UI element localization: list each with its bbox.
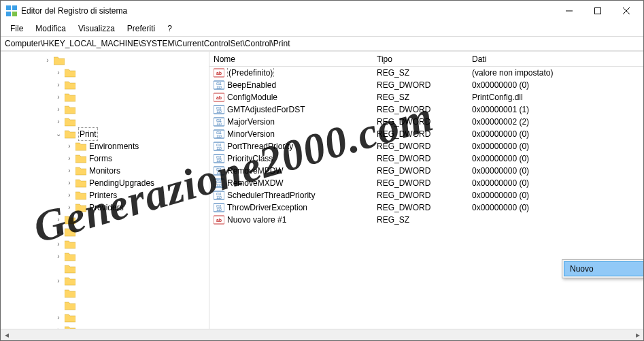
folder-icon xyxy=(65,129,75,139)
tree-label: Environments xyxy=(89,140,139,152)
chevron-down-icon[interactable]: ⌄ xyxy=(54,128,63,140)
maximize-button[interactable] xyxy=(583,2,612,20)
value-type: REG_DWORD xyxy=(373,191,468,200)
list-row[interactable]: RemoveMXDWREG_DWORD0x00000000 (0) xyxy=(209,177,643,189)
reg-binary-icon xyxy=(214,165,224,176)
menu-help[interactable]: ? xyxy=(162,22,177,35)
tree-label: Print xyxy=(78,127,98,141)
folder-icon xyxy=(65,117,75,127)
list-row[interactable]: Nuovo valore #1REG_SZ xyxy=(209,214,643,226)
tree-label: PendingUpgrades xyxy=(89,177,154,189)
value-data: 0x00000002 (2) xyxy=(468,117,643,127)
chevron-right-icon[interactable]: › xyxy=(54,312,63,324)
reg-binary-icon xyxy=(214,104,224,115)
value-data: 0x00000000 (0) xyxy=(468,154,643,163)
context-item-nuovo[interactable]: Nuovo ▸ xyxy=(564,261,643,276)
chevron-right-icon[interactable]: › xyxy=(54,91,63,103)
chevron-right-icon[interactable]: › xyxy=(65,140,74,152)
chevron-right-icon[interactable]: › xyxy=(54,214,63,226)
chevron-right-icon[interactable]: › xyxy=(65,189,74,201)
tree-node[interactable]: ›Forms xyxy=(2,152,207,165)
list-row[interactable]: PortThreadPriorityREG_DWORD0x00000000 (0… xyxy=(209,140,643,152)
list-row[interactable]: PriorityClassREG_DWORD0x00000000 (0) xyxy=(209,152,643,165)
value-name: MinorVersion xyxy=(227,129,275,139)
value-data: (valore non impostato) xyxy=(468,68,643,78)
chevron-right-icon[interactable]: › xyxy=(65,201,74,214)
list-row[interactable]: (Predefinito)REG_SZ(valore non impostato… xyxy=(209,67,643,79)
value-name: MajorVersion xyxy=(227,117,275,127)
address-bar[interactable]: Computer\HKEY_LOCAL_MACHINE\SYSTEM\Curre… xyxy=(1,36,643,51)
header-nome[interactable]: Nome xyxy=(209,54,373,64)
chevron-right-icon[interactable]: › xyxy=(43,54,52,67)
value-name: ThrowDriverException xyxy=(227,203,307,212)
reg-binary-icon xyxy=(214,129,224,140)
context-item-label: Nuovo xyxy=(570,264,594,274)
folder-icon xyxy=(75,154,86,163)
menu-preferiti[interactable]: Preferiti xyxy=(122,22,160,35)
list-row[interactable]: ConfigModuleREG_SZPrintConfig.dll xyxy=(209,91,643,103)
scroll-left-icon[interactable]: ◂ xyxy=(1,330,12,340)
tree-node[interactable]: ›Monitors xyxy=(2,165,207,177)
horizontal-scrollbar[interactable]: ◂ ▸ xyxy=(1,329,643,340)
list-row[interactable]: ThrowDriverExceptionREG_DWORD0x00000000 … xyxy=(209,201,643,214)
tree-label: Providers xyxy=(89,201,124,214)
folder-icon xyxy=(65,215,75,225)
chevron-right-icon[interactable]: › xyxy=(54,250,63,263)
value-data: 0x00000000 (0) xyxy=(468,142,643,151)
value-name: Nuovo valore #1 xyxy=(227,215,286,225)
folder-icon xyxy=(65,264,75,274)
list-row[interactable]: RemoveMPDWREG_DWORD0x00000000 (0) xyxy=(209,165,643,177)
chevron-right-icon[interactable]: › xyxy=(54,116,63,128)
folder-icon xyxy=(54,56,65,65)
chevron-right-icon[interactable]: › xyxy=(54,67,63,79)
list-row[interactable]: BeepEnabledREG_DWORD0x00000000 (0) xyxy=(209,79,643,91)
value-type: REG_DWORD xyxy=(373,117,468,127)
chevron-right-icon[interactable]: › xyxy=(65,177,74,189)
folder-icon xyxy=(75,178,86,188)
chevron-right-icon[interactable]: › xyxy=(54,275,63,287)
folder-icon xyxy=(75,203,86,212)
value-name: SchedulerThreadPriority xyxy=(227,191,315,200)
menu-modifica[interactable]: Modifica xyxy=(30,22,71,35)
header-tipo[interactable]: Tipo xyxy=(373,54,468,64)
chevron-right-icon[interactable]: › xyxy=(54,324,63,329)
folder-icon xyxy=(65,93,75,102)
tree-node[interactable]: ›PendingUpgrades xyxy=(2,177,207,189)
minimize-button[interactable] xyxy=(555,2,583,20)
scroll-right-icon[interactable]: ▸ xyxy=(632,330,643,340)
folder-icon xyxy=(65,289,75,298)
value-name: GMTAdjustedForDST xyxy=(227,105,305,114)
menu-file[interactable]: File xyxy=(5,22,29,35)
header-dati[interactable]: Dati xyxy=(468,54,643,64)
value-type: REG_DWORD xyxy=(373,203,468,212)
value-data: 0x00000000 (0) xyxy=(468,203,643,212)
reg-binary-icon xyxy=(214,80,224,91)
list-row[interactable]: MinorVersionREG_DWORD0x00000000 (0) xyxy=(209,128,643,140)
chevron-right-icon[interactable]: › xyxy=(54,79,63,91)
app-icon xyxy=(6,5,17,16)
tree-node[interactable]: ›Environments xyxy=(2,140,207,152)
window-title: Editor del Registro di sistema xyxy=(21,6,555,16)
chevron-right-icon[interactable]: › xyxy=(54,103,63,116)
tree-node-print[interactable]: ⌄ Print xyxy=(2,128,207,140)
chevron-right-icon[interactable]: › xyxy=(65,165,74,177)
list-row[interactable]: GMTAdjustedForDSTREG_DWORD0x00000001 (1) xyxy=(209,103,643,116)
tree-node[interactable]: ›Printers xyxy=(2,189,207,201)
tree-node[interactable]: ›Providers xyxy=(2,201,207,214)
folder-icon xyxy=(65,105,75,114)
list-pane[interactable]: Nome Tipo Dati (Predefinito)REG_SZ(valor… xyxy=(209,52,643,329)
close-button[interactable] xyxy=(612,2,641,20)
context-menu[interactable]: Nuovo ▸ xyxy=(562,259,643,278)
list-row[interactable]: MajorVersionREG_DWORD0x00000002 (2) xyxy=(209,116,643,128)
menu-visualizza[interactable]: Visualizza xyxy=(73,22,120,35)
value-data: 0x00000000 (0) xyxy=(468,191,643,200)
reg-binary-icon xyxy=(214,141,224,152)
chevron-right-icon[interactable]: › xyxy=(54,226,63,238)
chevron-right-icon[interactable]: › xyxy=(54,238,63,250)
list-header: Nome Tipo Dati xyxy=(209,52,643,67)
value-name: PortThreadPriority xyxy=(227,142,293,151)
tree-pane[interactable]: › › › › › › ⌄ Print ›Environments›Forms›… xyxy=(1,52,209,329)
chevron-right-icon[interactable]: › xyxy=(65,152,74,165)
value-data: PrintConfig.dll xyxy=(468,93,643,102)
list-row[interactable]: SchedulerThreadPriorityREG_DWORD0x000000… xyxy=(209,189,643,201)
